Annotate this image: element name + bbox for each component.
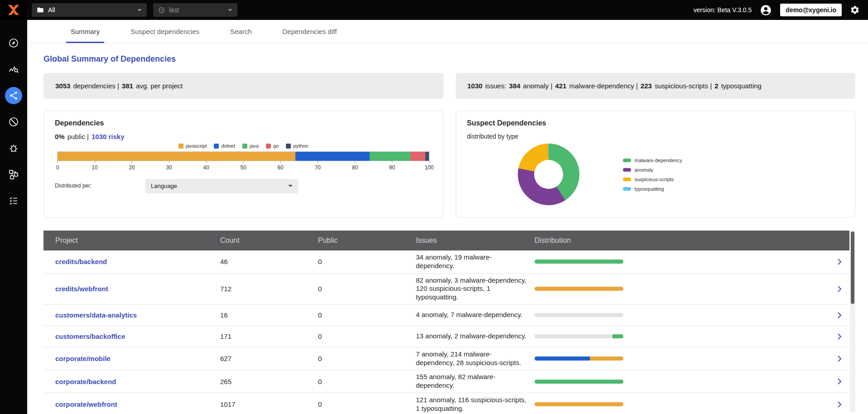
sidebar-item-dependencies[interactable] bbox=[5, 87, 22, 104]
dependencies-subtitle: 0% public | 1030 risky bbox=[55, 133, 432, 140]
project-link[interactable]: customers/backoffice bbox=[55, 332, 125, 340]
table-row[interactable]: customers/backoffice171013 anomaly, 2 ma… bbox=[43, 326, 849, 347]
table-row[interactable]: credits/webfront712082 anomaly, 3 malwar… bbox=[43, 274, 849, 305]
tab-search[interactable]: Search bbox=[226, 20, 256, 43]
issues-cell: 34 anomaly, 19 malware-dependency. bbox=[416, 250, 535, 273]
donut-chart bbox=[518, 144, 579, 205]
row-chevron[interactable] bbox=[829, 378, 849, 385]
table-scrollbar[interactable] bbox=[850, 231, 855, 412]
table-row[interactable]: credits/backend46034 anomaly, 19 malware… bbox=[43, 250, 849, 274]
issues-total-label: issues: bbox=[485, 82, 506, 90]
bar-segment-python bbox=[425, 152, 429, 161]
tab-dependencies-diff[interactable]: Dependencies diff bbox=[278, 20, 342, 43]
legend-item-python: python bbox=[286, 143, 308, 149]
user-email-button[interactable]: demo@xygeni.io bbox=[780, 4, 842, 16]
table-row[interactable]: corporate/backend2650155 anomaly, 82 mal… bbox=[43, 370, 849, 393]
axis-tick-label: 100 bbox=[424, 164, 434, 171]
distribution-cell bbox=[535, 334, 829, 338]
chevron-right-icon bbox=[837, 378, 842, 385]
chevron-right-icon bbox=[837, 355, 842, 362]
table-row[interactable]: corporate/webfront10170121 anomaly, 116 … bbox=[43, 393, 849, 414]
project-filter-value: All bbox=[48, 6, 55, 14]
sidebar-item-anomaly-detection[interactable] bbox=[5, 61, 22, 78]
project-link[interactable]: customers/data-analytics bbox=[55, 311, 137, 319]
project-link[interactable]: corporate/webfront bbox=[55, 400, 117, 408]
issues-cell: 82 anomaly, 3 malware-dependency, 120 su… bbox=[416, 274, 535, 304]
distribution-segment bbox=[535, 287, 623, 291]
suspect-panel-subtitle: distributed by type bbox=[467, 133, 844, 140]
legend-swatch bbox=[242, 144, 247, 149]
dependencies-summary-card: 3053 dependencies | 381 avg. per project bbox=[43, 73, 444, 99]
axis-tick bbox=[58, 161, 58, 163]
donut-legend-item-suspicious-scripts: suspicious-scripts bbox=[623, 177, 682, 182]
donut-legend-item-typosquatting: typosquatting bbox=[623, 186, 682, 192]
chevron-right-icon bbox=[837, 285, 842, 293]
issue-label: malware-dependency | bbox=[569, 82, 637, 90]
row-chevron[interactable] bbox=[829, 258, 849, 265]
table-header: ProjectCountPublicIssuesDistribution bbox=[43, 231, 849, 250]
settings-button[interactable] bbox=[850, 5, 860, 15]
axis-tick-label: 20 bbox=[129, 164, 135, 171]
column-header-issues: Issues bbox=[416, 236, 535, 245]
xygeni-logo[interactable] bbox=[0, 0, 27, 20]
distribution-segment bbox=[535, 334, 612, 338]
graph-nodes-icon bbox=[8, 169, 19, 180]
scrollbar-thumb[interactable] bbox=[851, 231, 854, 304]
axis-tick bbox=[95, 161, 95, 163]
time-range-icon bbox=[158, 7, 165, 14]
folder-icon bbox=[37, 6, 44, 14]
table-row[interactable]: corporate/mobile62707 anomaly, 214 malwa… bbox=[43, 347, 849, 371]
project-cell: customers/data-analytics bbox=[55, 311, 220, 319]
donut-legend-label: typosquatting bbox=[635, 186, 664, 192]
row-chevron[interactable] bbox=[829, 312, 849, 319]
sidebar-item-inventory[interactable] bbox=[5, 166, 22, 183]
row-chevron[interactable] bbox=[829, 333, 849, 340]
distribution-segment bbox=[535, 260, 623, 264]
dependencies-panel-title: Dependencies bbox=[55, 119, 432, 127]
sidebar-item-checks[interactable] bbox=[5, 192, 22, 209]
risky-link[interactable]: 1030 risky bbox=[92, 133, 125, 140]
avatar[interactable] bbox=[760, 4, 772, 16]
legend-item-javascript: javascript bbox=[178, 143, 207, 149]
project-link[interactable]: credits/backend bbox=[55, 258, 107, 265]
tab-suspect-dependencies[interactable]: Suspect dependencies bbox=[126, 20, 204, 43]
distribution-bar bbox=[535, 313, 623, 317]
row-chevron[interactable] bbox=[829, 285, 849, 293]
distributed-per-label: Distributed per: bbox=[55, 183, 145, 189]
legend-swatch bbox=[214, 144, 219, 149]
sidebar-item-malware[interactable] bbox=[5, 140, 22, 157]
axis-tick-label: 60 bbox=[278, 164, 284, 171]
distribution-cell bbox=[535, 380, 829, 384]
legend-label: dotnet bbox=[221, 143, 235, 149]
distribution-bar bbox=[535, 356, 623, 361]
row-chevron[interactable] bbox=[829, 401, 849, 408]
issues-breakdown: 384anomaly |421malware-dependency |223su… bbox=[509, 82, 762, 90]
topbar: All last version: Beta V.3.0.5 demo@xyge… bbox=[27, 0, 868, 20]
axis-tick bbox=[169, 161, 169, 163]
main-area: All last version: Beta V.3.0.5 demo@xyge… bbox=[27, 0, 868, 414]
project-filter-dropdown[interactable]: All bbox=[32, 3, 147, 17]
time-filter-dropdown[interactable]: last bbox=[153, 3, 237, 17]
issue-count: 384 bbox=[509, 82, 521, 90]
language-dropdown[interactable]: Language bbox=[145, 179, 298, 193]
avatar-icon bbox=[760, 4, 772, 16]
distribution-segment bbox=[535, 402, 623, 406]
axis-tick-label: 50 bbox=[241, 164, 246, 171]
distribution-bar bbox=[535, 402, 623, 406]
sidebar-item-blocked[interactable] bbox=[5, 113, 22, 130]
sidebar-item-explore[interactable] bbox=[5, 34, 22, 52]
project-link[interactable]: credits/webfront bbox=[55, 285, 108, 293]
donut-legend-swatch bbox=[623, 168, 631, 172]
tab-summary[interactable]: Summary bbox=[66, 20, 104, 43]
public-cell: 0 bbox=[318, 378, 416, 385]
project-link[interactable]: corporate/backend bbox=[55, 378, 116, 385]
row-chevron[interactable] bbox=[829, 355, 849, 362]
project-cell: credits/webfront bbox=[55, 285, 220, 293]
public-cell: 0 bbox=[318, 332, 416, 340]
stacked-bar-chart bbox=[58, 152, 429, 161]
distribution-segment bbox=[535, 380, 623, 384]
axis-tick-label: 80 bbox=[352, 164, 358, 171]
project-link[interactable]: corporate/mobile bbox=[55, 355, 111, 362]
legend-swatch bbox=[286, 144, 291, 149]
table-row[interactable]: customers/data-analytics1604 anomaly, 7 … bbox=[43, 305, 849, 326]
